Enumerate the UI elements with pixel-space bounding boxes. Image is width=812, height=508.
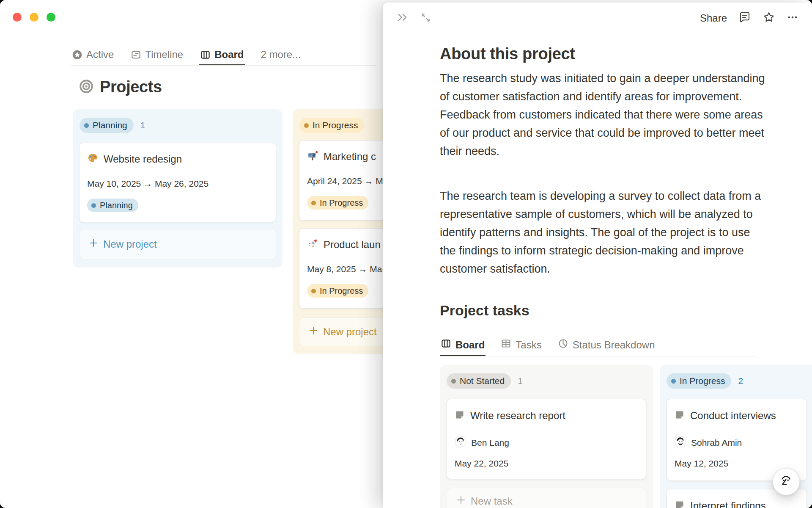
pie-chart-icon <box>558 338 568 351</box>
project-card-website-redesign[interactable]: Website redesign May 10, 2025 → May 26, … <box>79 143 276 222</box>
panel-toolbar-right: Share <box>700 11 798 25</box>
tab-tasks-table[interactable]: Tasks <box>500 334 542 356</box>
ellipsis-icon <box>787 17 798 25</box>
new-project-button[interactable]: New project <box>79 229 276 260</box>
board-column-planning: Planning 1 Website redesign May 10, 2025… <box>73 109 283 268</box>
share-button[interactable]: Share <box>700 12 727 24</box>
tabs-divider <box>71 65 376 66</box>
comment-icon <box>738 18 751 25</box>
palette-icon <box>87 152 99 166</box>
double-chevron-right-icon <box>397 17 409 24</box>
card-status: In Progress <box>307 196 368 210</box>
column-header: Planning 1 <box>80 118 145 133</box>
status-pill-in-progress[interactable]: In Progress <box>667 373 731 389</box>
board-icon <box>441 338 451 351</box>
tab-tasks-board[interactable]: Board <box>440 334 486 356</box>
expand-page-button[interactable] <box>420 12 431 25</box>
mailbox-icon <box>307 150 318 163</box>
avatar-ben-lang <box>455 436 466 450</box>
card-status: In Progress <box>307 284 368 298</box>
expand-icon <box>420 17 431 25</box>
plus-icon <box>309 326 318 338</box>
about-paragraph-1: The research study was initiated to gain… <box>440 69 768 160</box>
tab-active[interactable]: Active <box>71 45 115 66</box>
status-pill-in-progress[interactable]: In Progress <box>299 118 364 133</box>
close-window-button[interactable] <box>13 13 22 22</box>
card-title: Website redesign <box>104 153 182 165</box>
zoom-window-button[interactable] <box>47 13 55 22</box>
more-options-button[interactable] <box>787 11 798 25</box>
tasks-view-tabs: Board Tasks Status Breakdown <box>440 334 656 356</box>
task-card-write-research-report[interactable]: Write research report Ben Lang May 22, 2… <box>447 399 646 479</box>
column-header: In Progress <box>299 118 364 133</box>
comments-button[interactable] <box>738 11 751 25</box>
card-title: Marketing c <box>324 151 376 163</box>
column-header: Not Started 1 <box>447 373 523 389</box>
tasks-tabs-divider <box>440 356 756 356</box>
card-title: Conduct interviews <box>690 410 776 422</box>
status-dot <box>451 379 456 384</box>
tab-label: Board <box>214 49 244 61</box>
status-dot <box>84 123 89 128</box>
column-count: 2 <box>738 376 743 386</box>
notion-ai-button[interactable] <box>773 468 800 495</box>
tab-label: Active <box>86 49 114 61</box>
favorite-button[interactable] <box>763 11 775 25</box>
tab-label: 2 more... <box>261 49 301 61</box>
close-side-peek-button[interactable] <box>397 12 409 25</box>
status-pill-not-started[interactable]: Not Started <box>447 373 511 389</box>
new-task-button[interactable]: New task <box>447 488 646 508</box>
tab-status-breakdown[interactable]: Status Breakdown <box>557 334 656 356</box>
timeline-icon <box>131 50 141 60</box>
notion-ai-face-icon <box>778 472 795 491</box>
about-paragraph-2: The research team is developing a survey… <box>440 187 768 278</box>
window-controls <box>13 13 55 22</box>
status-pill-planning[interactable]: Planning <box>80 118 134 133</box>
card-date: May 22, 2025 <box>455 458 508 469</box>
card-assignee: Sohrab Amin <box>675 436 742 450</box>
tab-more-views[interactable]: 2 more... <box>260 45 302 66</box>
target-icon <box>79 79 94 96</box>
plus-icon <box>89 238 98 250</box>
card-dates: May 8, 2025 → Ma <box>307 264 382 274</box>
side-peek-panel: Share About this project The research st… <box>383 3 812 508</box>
screen: Active Timeline Board 2 more... Projects… <box>0 0 812 508</box>
avatar-sohrab-amin <box>675 436 686 450</box>
tab-label: Timeline <box>145 49 183 61</box>
table-icon <box>501 338 511 351</box>
card-dates: April 24, 2025 → M <box>307 176 383 186</box>
card-title: Product laun <box>324 239 381 251</box>
column-count: 1 <box>518 376 523 386</box>
page-title-text: Projects <box>100 78 162 96</box>
status-dot <box>671 379 676 384</box>
tab-board[interactable]: Board <box>199 45 244 66</box>
page-icon <box>675 500 685 508</box>
app-window: Active Timeline Board 2 more... Projects… <box>0 0 812 508</box>
project-tasks-heading: Project tasks <box>440 302 529 319</box>
card-status: Planning <box>87 199 138 212</box>
column-count: 1 <box>140 120 145 130</box>
star-icon <box>763 18 775 25</box>
page-icon <box>675 410 685 422</box>
star-badge-icon <box>72 50 82 60</box>
card-title: Write research report <box>470 410 565 422</box>
card-title: Interpret findings <box>690 500 766 508</box>
page-title: Projects <box>79 78 162 96</box>
card-assignee: Ben Lang <box>455 436 509 450</box>
rocket-icon <box>307 238 318 251</box>
card-date: May 12, 2025 <box>675 458 728 469</box>
tab-timeline[interactable]: Timeline <box>130 45 184 66</box>
database-view-tabs: Active Timeline Board 2 more... <box>71 45 302 66</box>
about-heading: About this project <box>440 45 575 63</box>
status-dot <box>304 123 309 128</box>
minimize-window-button[interactable] <box>30 13 38 22</box>
page-icon <box>455 410 465 422</box>
board-icon <box>200 50 211 60</box>
tasks-column-not-started: Not Started 1 Write research report Ben … <box>440 365 653 508</box>
column-header: In Progress 2 <box>667 373 743 389</box>
card-dates: May 10, 2025 → May 26, 2025 <box>87 179 208 189</box>
plus-icon <box>456 495 466 507</box>
